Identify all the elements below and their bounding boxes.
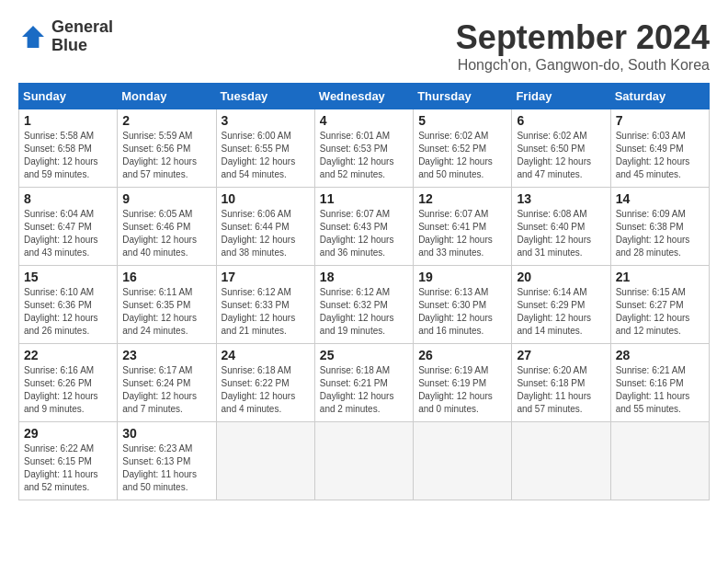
day-info: Sunrise: 6:14 AM Sunset: 6:29 PM Dayligh… xyxy=(517,286,605,338)
day-number: 22 xyxy=(24,348,112,362)
day-number: 26 xyxy=(418,348,506,362)
table-row: 11Sunrise: 6:07 AM Sunset: 6:43 PM Dayli… xyxy=(314,188,413,266)
table-row: 30Sunrise: 6:23 AM Sunset: 6:13 PM Dayli… xyxy=(118,422,216,500)
day-info: Sunrise: 6:04 AM Sunset: 6:47 PM Dayligh… xyxy=(24,208,112,259)
day-number: 6 xyxy=(517,113,605,128)
day-info: Sunrise: 6:00 AM Sunset: 6:55 PM Dayligh… xyxy=(222,130,310,181)
month-title: September 2024 xyxy=(456,18,710,57)
day-number: 21 xyxy=(616,270,704,284)
logo-text: General Blue xyxy=(51,18,113,55)
day-number: 12 xyxy=(418,191,506,206)
day-info: Sunrise: 6:02 AM Sunset: 6:52 PM Dayligh… xyxy=(418,130,506,181)
day-info: Sunrise: 6:08 AM Sunset: 6:40 PM Dayligh… xyxy=(517,208,605,259)
calendar-table: Sunday Monday Tuesday Wednesday Thursday… xyxy=(18,83,710,500)
table-row xyxy=(216,422,314,500)
day-info: Sunrise: 6:07 AM Sunset: 6:43 PM Dayligh… xyxy=(320,208,408,259)
day-number: 20 xyxy=(517,270,605,284)
day-number: 13 xyxy=(517,191,605,206)
day-info: Sunrise: 6:18 AM Sunset: 6:21 PM Dayligh… xyxy=(320,364,408,416)
day-number: 5 xyxy=(418,113,506,128)
calendar-row: 8Sunrise: 6:04 AM Sunset: 6:47 PM Daylig… xyxy=(19,188,710,266)
day-number: 3 xyxy=(222,113,310,128)
table-row: 19Sunrise: 6:13 AM Sunset: 6:30 PM Dayli… xyxy=(414,266,512,344)
calendar-row: 1Sunrise: 5:58 AM Sunset: 6:58 PM Daylig… xyxy=(19,109,710,188)
day-info: Sunrise: 6:16 AM Sunset: 6:26 PM Dayligh… xyxy=(24,364,112,416)
location: Hongch'on, Gangwon-do, South Korea xyxy=(456,57,710,74)
page-header: General Blue September 2024 Hongch'on, G… xyxy=(18,18,710,74)
day-number: 30 xyxy=(122,426,210,441)
table-row: 16Sunrise: 6:11 AM Sunset: 6:35 PM Dayli… xyxy=(118,266,216,344)
table-row: 5Sunrise: 6:02 AM Sunset: 6:52 PM Daylig… xyxy=(414,109,512,188)
day-number: 7 xyxy=(616,113,704,128)
day-info: Sunrise: 5:59 AM Sunset: 6:56 PM Dayligh… xyxy=(122,130,210,181)
day-info: Sunrise: 6:19 AM Sunset: 6:19 PM Dayligh… xyxy=(418,364,506,416)
table-row: 4Sunrise: 6:01 AM Sunset: 6:53 PM Daylig… xyxy=(314,109,413,188)
table-row: 28Sunrise: 6:21 AM Sunset: 6:16 PM Dayli… xyxy=(610,344,709,422)
day-info: Sunrise: 6:12 AM Sunset: 6:32 PM Dayligh… xyxy=(320,286,408,338)
day-info: Sunrise: 6:13 AM Sunset: 6:30 PM Dayligh… xyxy=(418,286,506,338)
day-info: Sunrise: 6:06 AM Sunset: 6:44 PM Dayligh… xyxy=(222,208,310,259)
day-info: Sunrise: 6:23 AM Sunset: 6:13 PM Dayligh… xyxy=(122,442,210,494)
day-number: 24 xyxy=(222,348,310,362)
table-row: 17Sunrise: 6:12 AM Sunset: 6:33 PM Dayli… xyxy=(216,266,314,344)
header-thursday: Thursday xyxy=(414,84,512,109)
day-number: 11 xyxy=(320,191,408,206)
day-info: Sunrise: 6:07 AM Sunset: 6:41 PM Dayligh… xyxy=(418,208,506,259)
day-info: Sunrise: 6:02 AM Sunset: 6:50 PM Dayligh… xyxy=(517,130,605,181)
day-info: Sunrise: 6:05 AM Sunset: 6:46 PM Dayligh… xyxy=(122,208,210,259)
table-row xyxy=(610,422,709,500)
day-info: Sunrise: 6:22 AM Sunset: 6:15 PM Dayligh… xyxy=(24,442,112,494)
day-number: 9 xyxy=(122,191,210,206)
table-row xyxy=(314,422,413,500)
table-row: 6Sunrise: 6:02 AM Sunset: 6:50 PM Daylig… xyxy=(512,109,610,188)
day-number: 4 xyxy=(320,113,408,128)
table-row: 29Sunrise: 6:22 AM Sunset: 6:15 PM Dayli… xyxy=(19,422,118,500)
day-number: 8 xyxy=(24,191,112,206)
table-row: 23Sunrise: 6:17 AM Sunset: 6:24 PM Dayli… xyxy=(118,344,216,422)
table-row: 7Sunrise: 6:03 AM Sunset: 6:49 PM Daylig… xyxy=(610,109,709,188)
day-number: 23 xyxy=(122,348,210,362)
day-info: Sunrise: 6:15 AM Sunset: 6:27 PM Dayligh… xyxy=(616,286,704,338)
calendar-row: 29Sunrise: 6:22 AM Sunset: 6:15 PM Dayli… xyxy=(19,422,710,500)
day-number: 16 xyxy=(122,270,210,284)
table-row xyxy=(414,422,512,500)
logo: General Blue xyxy=(18,18,113,55)
day-info: Sunrise: 6:09 AM Sunset: 6:38 PM Dayligh… xyxy=(616,208,704,259)
calendar-row: 15Sunrise: 6:10 AM Sunset: 6:36 PM Dayli… xyxy=(19,266,710,344)
day-info: Sunrise: 6:11 AM Sunset: 6:35 PM Dayligh… xyxy=(122,286,210,338)
header-sunday: Sunday xyxy=(19,84,118,109)
day-info: Sunrise: 5:58 AM Sunset: 6:58 PM Dayligh… xyxy=(24,130,112,181)
table-row: 10Sunrise: 6:06 AM Sunset: 6:44 PM Dayli… xyxy=(216,188,314,266)
table-row: 1Sunrise: 5:58 AM Sunset: 6:58 PM Daylig… xyxy=(19,109,118,188)
header-saturday: Saturday xyxy=(610,84,709,109)
day-info: Sunrise: 6:01 AM Sunset: 6:53 PM Dayligh… xyxy=(320,130,408,181)
day-info: Sunrise: 6:17 AM Sunset: 6:24 PM Dayligh… xyxy=(122,364,210,416)
weekday-header-row: Sunday Monday Tuesday Wednesday Thursday… xyxy=(19,84,710,109)
day-number: 10 xyxy=(222,191,310,206)
header-tuesday: Tuesday xyxy=(216,84,314,109)
table-row: 15Sunrise: 6:10 AM Sunset: 6:36 PM Dayli… xyxy=(19,266,118,344)
header-friday: Friday xyxy=(512,84,610,109)
day-number: 1 xyxy=(24,113,112,128)
table-row: 12Sunrise: 6:07 AM Sunset: 6:41 PM Dayli… xyxy=(414,188,512,266)
day-info: Sunrise: 6:21 AM Sunset: 6:16 PM Dayligh… xyxy=(616,364,704,416)
table-row xyxy=(512,422,610,500)
day-info: Sunrise: 6:12 AM Sunset: 6:33 PM Dayligh… xyxy=(222,286,310,338)
calendar-row: 22Sunrise: 6:16 AM Sunset: 6:26 PM Dayli… xyxy=(19,344,710,422)
day-info: Sunrise: 6:20 AM Sunset: 6:18 PM Dayligh… xyxy=(517,364,605,416)
table-row: 22Sunrise: 6:16 AM Sunset: 6:26 PM Dayli… xyxy=(19,344,118,422)
day-number: 2 xyxy=(122,113,210,128)
table-row: 3Sunrise: 6:00 AM Sunset: 6:55 PM Daylig… xyxy=(216,109,314,188)
table-row: 14Sunrise: 6:09 AM Sunset: 6:38 PM Dayli… xyxy=(610,188,709,266)
day-info: Sunrise: 6:18 AM Sunset: 6:22 PM Dayligh… xyxy=(222,364,310,416)
day-number: 17 xyxy=(222,270,310,284)
table-row: 8Sunrise: 6:04 AM Sunset: 6:47 PM Daylig… xyxy=(19,188,118,266)
table-row: 18Sunrise: 6:12 AM Sunset: 6:32 PM Dayli… xyxy=(314,266,413,344)
day-number: 27 xyxy=(517,348,605,362)
table-row: 27Sunrise: 6:20 AM Sunset: 6:18 PM Dayli… xyxy=(512,344,610,422)
svg-marker-0 xyxy=(22,26,44,48)
table-row: 21Sunrise: 6:15 AM Sunset: 6:27 PM Dayli… xyxy=(610,266,709,344)
header-monday: Monday xyxy=(118,84,216,109)
logo-icon xyxy=(18,22,48,52)
day-number: 18 xyxy=(320,270,408,284)
